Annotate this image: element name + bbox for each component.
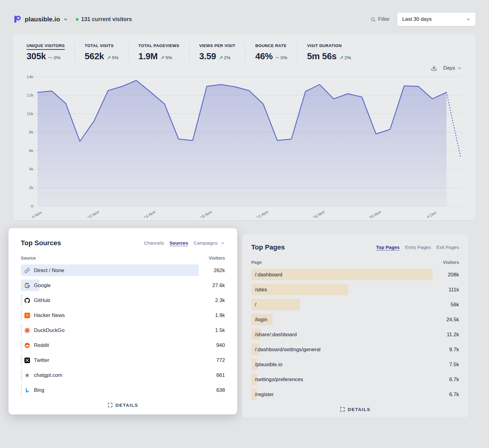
sources-tab-channels[interactable]: Channels [144, 240, 164, 246]
source-row-github[interactable]: GitHub2.3k [21, 293, 225, 308]
svg-text:8k: 8k [29, 130, 34, 134]
pages-tab-top-pages[interactable]: Top Pages [376, 245, 399, 250]
pages-tab-exit-pages[interactable]: Exit Pages [436, 245, 459, 250]
pages-details-button[interactable]: DETAILS [340, 407, 370, 412]
filter-button[interactable]: Filter [370, 16, 390, 22]
sources-tab-sources[interactable]: Sources [169, 240, 188, 246]
row-bar-track [251, 388, 433, 400]
page-row-dashboard[interactable]: /:dashboard208k [251, 267, 459, 282]
up-arrow-icon: ↗ [161, 55, 165, 60]
row-label-text: Direct / None [34, 268, 64, 274]
row-visitors-value: 24.5k [446, 317, 459, 323]
date-range-select[interactable]: Last 30 days [397, 12, 476, 26]
stat-total-pageviews[interactable]: TOTAL PAGEVIEWS1.9M↗5% [128, 43, 189, 61]
page-row-settings-preferences[interactable]: /settings/preferences6.7k [251, 372, 459, 387]
top-sources-tabs: ChannelsSourcesCampaigns [144, 240, 225, 246]
source-row-google[interactable]: Google27.6k [21, 278, 225, 293]
page-row-dashboard-settings-general[interactable]: /:dashboard/settings/general9.7k [251, 342, 459, 357]
source-row-hacker-news[interactable]: Hacker News1.9k [21, 308, 225, 323]
row-label: /plausible.io [251, 362, 282, 368]
google-icon [24, 283, 30, 288]
stat-total-visits[interactable]: TOTAL VISITS562k↗5% [75, 43, 128, 61]
row-label-text: Twitter [34, 357, 49, 363]
site-name: plausible.io [25, 16, 60, 23]
visitors-chart[interactable]: 02k4k6k8k10k12k14k6 Nov10 Nov14 Nov18 No… [20, 72, 469, 218]
pages-tab-entry-pages[interactable]: Entry Pages [405, 245, 431, 250]
row-label-text: Bing [34, 387, 44, 393]
stat-label: BOUNCE RATE [255, 43, 287, 48]
stat-label: TOTAL PAGEVIEWS [138, 43, 179, 48]
page-row-share-dashboard[interactable]: /share/:dashboard11.2k [251, 327, 459, 342]
plausible-logo-icon [13, 15, 22, 24]
stat-value: 305k [27, 51, 46, 61]
stat-unique-visitors[interactable]: UNIQUE VISITORS305k~0% [23, 43, 75, 61]
row-label-text: chatgpt.com [34, 372, 62, 378]
top-pages-tabs: Top PagesEntry PagesExit Pages [376, 245, 459, 250]
top-sources-rows: Direct / None262kGoogle27.6kGitHub2.3kHa… [21, 263, 225, 398]
chevron-down-icon [63, 17, 68, 22]
row-visitors-value: 9.7k [449, 347, 459, 353]
row-label: /:dashboard/settings/general [251, 347, 321, 353]
svg-text:4 Dec: 4 Dec [426, 210, 437, 218]
sources-tab-campaigns[interactable]: Campaigns [194, 240, 218, 246]
svg-text:4k: 4k [29, 167, 34, 171]
page-row-register[interactable]: /register6.7k [251, 387, 459, 402]
analytics-card: UNIQUE VISITORS305k~0%TOTAL VISITS562k↗5… [13, 34, 476, 220]
chart-controls: Days [20, 61, 469, 71]
duckduckgo-icon [24, 328, 30, 333]
flat-trend-icon: ~ [275, 55, 279, 60]
row-visitors-value: 262k [214, 268, 225, 274]
svg-text:14 Nov: 14 Nov [143, 209, 156, 218]
stat-bounce-rate[interactable]: BOUNCE RATE46%~0% [245, 43, 297, 61]
download-icon[interactable] [431, 65, 437, 71]
expand-icon [108, 402, 113, 408]
row-bar-track [251, 314, 433, 325]
row-label: /share/:dashboard [251, 332, 297, 338]
interval-select[interactable]: Days [443, 65, 462, 71]
site-picker[interactable]: plausible.io [13, 15, 68, 24]
page-row-plausible-io[interactable]: /plausible.io7.5k [251, 357, 459, 372]
row-label-text: /register [255, 392, 274, 398]
stat-visit-duration[interactable]: VISIT DURATION5m 56s↗2% [297, 43, 361, 61]
svg-text:2k: 2k [29, 185, 34, 190]
visitors-column-header: Visitors [209, 256, 225, 260]
up-arrow-icon: ↗ [107, 55, 111, 60]
row-label: Direct / None [21, 268, 64, 274]
row-visitors-value: 1.5k [215, 327, 225, 333]
row-label-text: / [255, 302, 256, 308]
stat-change: ↗5% [107, 55, 118, 60]
openai-icon [24, 373, 30, 378]
stat-value: 3.59 [199, 51, 216, 61]
stats-row: UNIQUE VISITORS305k~0%TOTAL VISITS562k↗5… [20, 42, 469, 61]
stat-change: ~0% [276, 55, 287, 60]
pages-details-label: DETAILS [348, 407, 370, 412]
current-visitors[interactable]: 131 current visitors [76, 16, 132, 23]
live-dot-icon [76, 18, 79, 21]
source-row-chatgpt-com[interactable]: chatgpt.com661 [21, 368, 225, 383]
row-label: Twitter [21, 357, 49, 363]
bing-icon [24, 388, 30, 393]
page-row-sites[interactable]: /sites111k [251, 282, 459, 297]
row-label-text: /login [255, 317, 267, 323]
source-column-header: Source [21, 256, 36, 260]
source-row-reddit[interactable]: Reddit940 [21, 338, 225, 353]
flat-trend-icon: ~ [48, 55, 53, 60]
interval-value: Days [443, 65, 455, 71]
top-sources-card: Top Sources ChannelsSourcesCampaigns Sou… [9, 228, 237, 414]
reddit-icon [24, 343, 30, 348]
source-row-duckduckgo[interactable]: DuckDuckGo1.5k [21, 323, 225, 338]
sources-details-button[interactable]: DETAILS [108, 402, 138, 408]
page-column-header: Page [251, 260, 262, 265]
source-row-direct-none[interactable]: Direct / None262k [21, 263, 225, 278]
top-pages-footer: DETAILS [251, 407, 459, 412]
stat-label: TOTAL VISITS [85, 43, 119, 48]
source-row-twitter[interactable]: Twitter772 [21, 353, 225, 368]
page-row-[interactable]: /56k [251, 297, 459, 312]
source-row-bing[interactable]: Bing638 [21, 383, 225, 398]
top-pages-title: Top Pages [251, 243, 285, 251]
svg-text:12k: 12k [27, 93, 33, 97]
stat-change: ↗2% [340, 55, 351, 60]
stat-views-per-visit[interactable]: VIEWS PER VISIT3.59↗2% [189, 43, 245, 61]
page-row-login[interactable]: /login24.5k [251, 312, 459, 327]
svg-text:18 Nov: 18 Nov [199, 209, 213, 218]
